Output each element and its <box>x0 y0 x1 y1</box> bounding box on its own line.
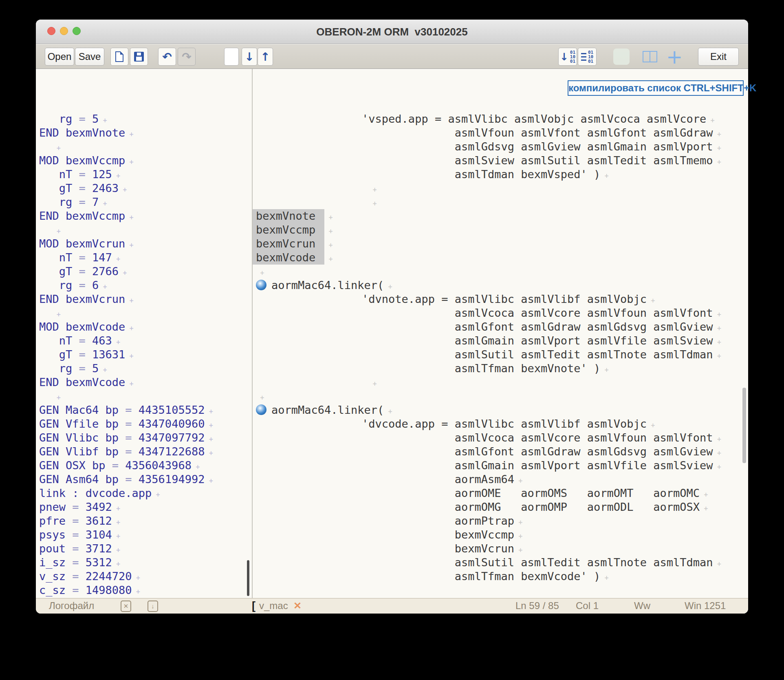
compile-download-button[interactable]: ↓ 01 10 01 <box>558 48 577 66</box>
code-line: + <box>256 181 748 195</box>
eol-marker: + <box>713 463 721 471</box>
eol-marker: + <box>132 587 140 596</box>
eol-marker: + <box>368 185 377 194</box>
eol-marker: + <box>125 324 133 332</box>
code-line: aormAsm64 + <box>256 472 748 486</box>
code-line: asmlGdsvg asmlGview asmlGmain asmlVport … <box>256 140 748 154</box>
code-line: nT = 125 + <box>39 168 252 181</box>
eol-marker: + <box>53 144 61 152</box>
eol-marker: + <box>112 338 120 346</box>
eol-marker: + <box>53 393 61 402</box>
save-log-icon[interactable]: ↓ <box>148 601 158 612</box>
eol-marker: + <box>119 269 127 277</box>
selected-module-line: bexmVcode + <box>256 251 748 265</box>
left-scrollbar-thumb[interactable] <box>247 560 249 596</box>
code-line: + <box>256 265 748 278</box>
compile-list-icon: 01 10 01 <box>581 50 593 64</box>
eol-marker: + <box>132 574 140 582</box>
code-line: + <box>39 140 252 154</box>
code-line: END bexmVcrun + <box>39 292 252 306</box>
module-orb-icon[interactable] <box>256 404 266 415</box>
eol-marker: + <box>205 421 213 429</box>
eol-marker: + <box>713 435 721 443</box>
column-indicator: Col 1 <box>576 598 599 614</box>
save-button[interactable]: Save <box>75 48 104 66</box>
log-pane[interactable]: rg = 5 +END bexmVnote + +MOD bexmVccmp +… <box>36 69 253 598</box>
eol-marker: + <box>112 546 120 554</box>
tab-v-mac[interactable]: v_mac <box>259 598 288 614</box>
eol-marker: + <box>112 255 120 263</box>
undo-icon: ↶ <box>162 50 172 64</box>
undo-button[interactable]: ↶ <box>158 48 176 66</box>
source-pane[interactable]: 'vsped.app = asmlVlibc asmlVobjc asmlVco… <box>253 69 748 598</box>
compile-list-tooltip: компилировать список CTRL+SHIFT+K <box>568 80 744 96</box>
search-field[interactable] <box>224 48 239 66</box>
eol-marker: + <box>112 560 120 568</box>
logfile-label[interactable]: Логофайл <box>49 598 94 614</box>
eol-marker: + <box>713 352 721 360</box>
eol-marker: + <box>125 241 133 249</box>
eol-marker: + <box>514 546 522 554</box>
redo-icon: ↷ <box>182 50 191 64</box>
eol-marker: + <box>700 504 708 512</box>
eol-marker: + <box>192 463 200 471</box>
eol-marker: + <box>368 199 377 208</box>
new-document-button[interactable] <box>110 48 128 66</box>
eol-marker: + <box>700 490 708 499</box>
code-line: pnew = 3492 + <box>39 500 252 514</box>
code-line: rg = 5 + <box>39 112 252 126</box>
compile-list-button[interactable]: 01 10 01 <box>578 48 597 66</box>
eol-marker: + <box>384 407 392 415</box>
code-line: + <box>256 195 748 209</box>
code-line: + <box>39 306 252 320</box>
code-line: i_sz = 5312 + <box>39 556 252 570</box>
eol-marker: + <box>713 310 721 318</box>
save-file-button[interactable] <box>130 48 148 66</box>
eol-marker: + <box>205 407 213 415</box>
code-line: aormOME aormOMS aormOMT aormOMC + <box>256 486 748 500</box>
eol-marker: + <box>647 421 655 429</box>
eol-marker: + <box>112 518 120 526</box>
clear-log-icon[interactable]: ✕ <box>121 601 131 612</box>
search-down-button[interactable]: ↓ <box>242 48 257 66</box>
eol-marker: + <box>713 158 721 166</box>
right-scrollbar-thumb[interactable] <box>742 388 746 463</box>
eol-marker: + <box>99 283 107 291</box>
code-line: pout = 3712 + <box>39 542 252 556</box>
eol-marker: + <box>205 449 213 457</box>
code-line: nT = 463 + <box>39 334 252 348</box>
code-line: rg = 5 + <box>39 362 252 375</box>
tab-close-icon[interactable]: ✕ <box>293 598 302 614</box>
search-up-button[interactable]: ↑ <box>258 48 273 66</box>
eol-marker: + <box>713 338 721 346</box>
line-indicator: Ln 59 / 85 <box>515 598 559 614</box>
code-line: gT = 2463 + <box>39 181 252 195</box>
code-line: rg = 6 + <box>39 278 252 292</box>
exit-button[interactable]: Exit <box>698 48 739 66</box>
redo-button[interactable]: ↷ <box>178 48 196 66</box>
code-line: GEN Mac64 bp = 4435105552 + <box>39 403 252 417</box>
code-line: pfre = 3612 + <box>39 514 252 528</box>
status-bar: Логофайл ✕ ↓ [ v_mac ✕ Ln 59 / 85 Col 1 … <box>36 598 748 614</box>
code-line: 'vsped.app = asmlVlibc asmlVobjc asmlVco… <box>256 112 748 126</box>
eol-marker: + <box>256 393 264 402</box>
floppy-disk-icon <box>134 52 144 62</box>
open-button[interactable]: Open <box>45 48 74 66</box>
split-view-icon[interactable] <box>643 51 657 62</box>
add-pane-icon[interactable]: + <box>665 45 683 68</box>
selected-module-line: bexmVcrun + <box>256 237 748 251</box>
eol-marker: + <box>713 144 721 152</box>
eol-marker: + <box>205 435 213 443</box>
code-line: aormOMG aormOMP aormODL aormOSX + <box>256 500 748 514</box>
encoding-indicator: Win 1251 <box>685 598 726 614</box>
code-line: END bexmVccmp + <box>39 209 252 223</box>
code-line: 'dvcode.app = asmlVlibc asmlVlibf asmlVo… <box>256 417 748 431</box>
eol-marker: + <box>600 366 608 374</box>
eol-marker: + <box>713 449 721 457</box>
module-orb-icon[interactable] <box>256 280 266 290</box>
code-line: MOD bexmVcrun + <box>39 237 252 251</box>
window-title: OBERON-2M ORM v30102025 <box>36 20 748 44</box>
code-line: + <box>256 375 748 389</box>
code-line: asmlTfman bexmVnote' ) + <box>256 362 748 375</box>
title-bar[interactable]: OBERON-2M ORM v30102025 <box>36 20 748 44</box>
